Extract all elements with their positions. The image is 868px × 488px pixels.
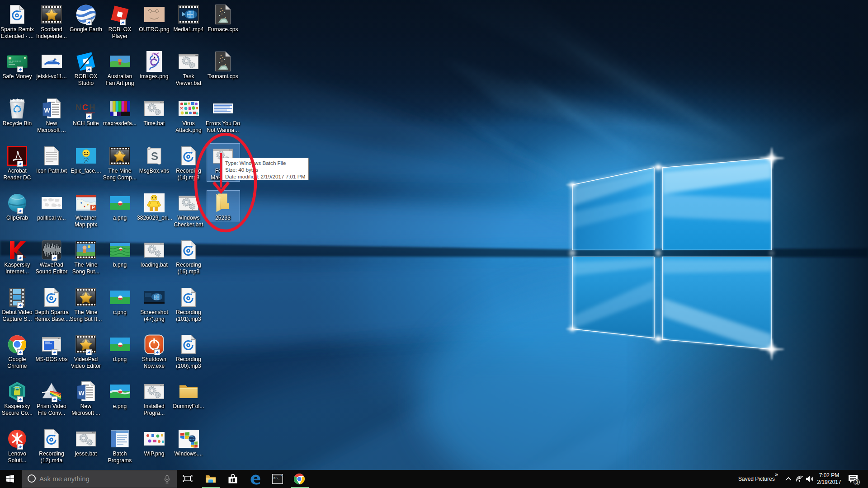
svg-text:C:\_: C:\_	[274, 477, 280, 480]
svg-text:H: H	[90, 103, 95, 112]
svg-text:P: P	[91, 205, 94, 210]
svg-text:S: S	[151, 150, 158, 162]
svg-text:C: C	[82, 103, 88, 112]
svg-text:N: N	[75, 103, 81, 112]
